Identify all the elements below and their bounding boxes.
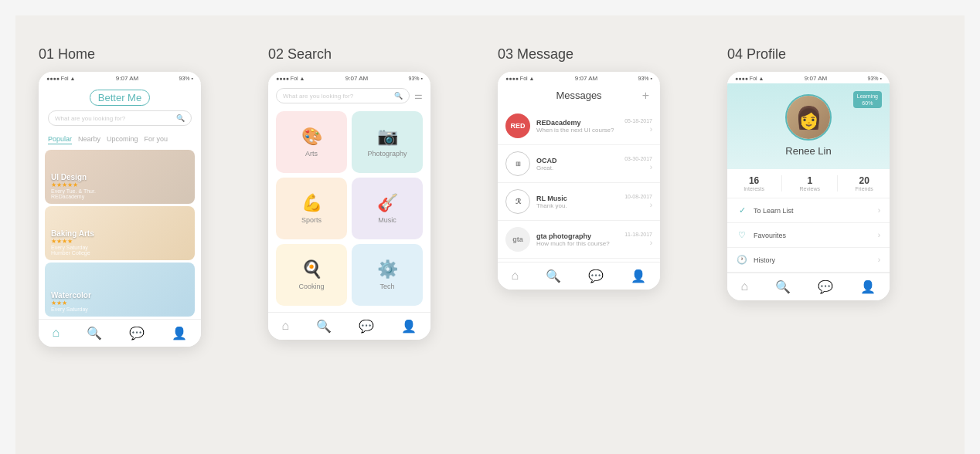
- stat-reviews-label: Reviews: [800, 186, 820, 191]
- s-bottom-home-icon[interactable]: ⌂: [282, 319, 290, 334]
- filter-icon[interactable]: ⚌: [414, 90, 423, 101]
- phone-search: ●●●● Fol ▲ 9:07 AM 93% ▪ What are you lo…: [268, 72, 430, 340]
- msg-item-rl[interactable]: ℛ RL Music Thank you. 10-08-2017 ›: [498, 183, 660, 221]
- tab-nearby[interactable]: Nearby: [78, 135, 100, 144]
- category-arts[interactable]: 🎨 Arts: [276, 111, 347, 173]
- msg-info-ocad: OCAD Great.: [536, 157, 618, 171]
- m-status-time: 9:07 AM: [575, 75, 597, 82]
- card-info-baking: Baking Arts ★★★★ Every Saturday Humber C…: [51, 229, 94, 256]
- msg-name-gta: gta photography: [536, 232, 618, 240]
- search-content: What are you looking for? 🔍 ⚌ 🎨 Arts 📷 P…: [268, 83, 430, 312]
- card-venue-ui: REDacademy: [51, 194, 96, 199]
- msg-date-gta: 11-18-2017: [624, 232, 652, 237]
- p-bottom-search-icon[interactable]: 🔍: [775, 280, 791, 294]
- message-content: Messages + RED REDacademy When is the ne…: [498, 83, 660, 262]
- card-watercolor[interactable]: Watercolor ★★★ Every Saturday: [45, 263, 195, 317]
- phone-home: ●●●● Fol ▲ 9:07 AM 93% ▪ Better Me What …: [39, 72, 201, 347]
- msg-date-ocad: 03-30-2017: [624, 156, 652, 161]
- msg-bottom-profile-icon[interactable]: 👤: [631, 269, 646, 283]
- learn-check-icon: ✓: [737, 205, 747, 215]
- msg-meta-gta: 11-18-2017 ›: [624, 232, 652, 247]
- tab-foryou[interactable]: For you: [145, 135, 168, 144]
- msg-meta-rl: 10-08-2017 ›: [624, 194, 652, 209]
- msg-bottom-search-icon[interactable]: 🔍: [546, 269, 561, 283]
- msg-chevron-red: ›: [650, 125, 652, 134]
- card-desc-watercolor: Every Saturday: [51, 307, 91, 312]
- p-bottom-profile-icon[interactable]: 👤: [860, 280, 876, 294]
- msg-item-ocad[interactable]: ⊞ OCAD Great. 03-30-2017 ›: [498, 145, 660, 183]
- category-tech[interactable]: ⚙️ Tech: [352, 244, 423, 306]
- bottom-profile-icon[interactable]: 👤: [172, 326, 187, 340]
- p-bottom-home-icon[interactable]: ⌂: [741, 280, 749, 294]
- p-status-left: ●●●● Fol ▲: [735, 76, 764, 81]
- card-desc-baking: Every Saturday: [51, 245, 94, 250]
- section-title-search: 02 Search: [268, 46, 332, 63]
- msg-bottom-home-icon[interactable]: ⌂: [512, 269, 519, 283]
- section-message: 03 Message ●●●● Fol ▲ 9:07 AM 93% ▪ Mess…: [498, 46, 712, 290]
- profile-bottom-nav: ⌂ 🔍 💬 👤: [727, 273, 890, 300]
- search-input-bar[interactable]: What are you looking for? 🔍: [276, 88, 410, 103]
- sports-label: Sports: [301, 216, 322, 224]
- home-bottom-nav: ⌂ 🔍 💬 👤: [39, 319, 201, 347]
- tab-popular[interactable]: Popular: [48, 135, 72, 144]
- sports-icon: 💪: [301, 193, 322, 213]
- learning-badge: Learning60%: [853, 91, 882, 108]
- category-sports[interactable]: 💪 Sports: [276, 178, 347, 239]
- msg-bottom-msg-icon[interactable]: 💬: [588, 269, 604, 283]
- s-bottom-profile-icon[interactable]: 👤: [401, 319, 417, 334]
- status-bar-home: ●●●● Fol ▲ 9:07 AM 93% ▪: [39, 72, 201, 83]
- menu-favourites[interactable]: ♡ Favourites ›: [727, 223, 890, 248]
- card-stars-ui: ★★★★★: [51, 181, 96, 188]
- message-header: Messages +: [498, 83, 660, 107]
- bottom-search-icon[interactable]: 🔍: [87, 326, 102, 340]
- profile-avatar-ring: 👩: [785, 94, 832, 141]
- card-bg-baking: Baking Arts ★★★★ Every Saturday Humber C…: [45, 206, 195, 260]
- stat-friends-num: 20: [859, 175, 869, 186]
- search-bottom-nav: ⌂ 🔍 💬 👤: [268, 312, 430, 340]
- msg-info-rl: RL Music Thank you.: [536, 195, 618, 209]
- p-status-right: 93% ▪: [868, 76, 882, 81]
- card-ui-design[interactable]: UI Design ★★★★★ Every Tue. & Thur. REDac…: [45, 150, 195, 204]
- msg-item-gta[interactable]: gta gta photography How much for this co…: [498, 221, 660, 259]
- msg-item-red[interactable]: RED REDacademy When is the next UI cours…: [498, 107, 660, 145]
- msg-chevron-gta: ›: [650, 239, 652, 247]
- cooking-label: Cooking: [298, 283, 324, 290]
- arts-label: Arts: [305, 150, 318, 158]
- menu-history[interactable]: 🕐 History ›: [727, 248, 890, 273]
- search-header: What are you looking for? 🔍 ⚌: [268, 83, 430, 108]
- msg-preview-ocad: Great.: [536, 164, 618, 171]
- avatar-ocad: ⊞: [505, 151, 530, 176]
- menu-learn-list[interactable]: ✓ To Learn List ›: [727, 198, 890, 223]
- category-photography[interactable]: 📷 Photography: [352, 111, 423, 173]
- card-bg-ui: UI Design ★★★★★ Every Tue. & Thur. REDac…: [45, 150, 195, 204]
- add-message-button[interactable]: +: [642, 89, 649, 103]
- stat-interests: 16 Interests: [744, 175, 764, 191]
- s-status-time: 9:07 AM: [345, 75, 368, 82]
- tech-label: Tech: [379, 283, 394, 290]
- message-list: RED REDacademy When is the next UI cours…: [498, 107, 660, 262]
- stat-divider-2: [837, 175, 838, 191]
- s-bottom-msg-icon[interactable]: 💬: [359, 319, 374, 334]
- profile-stats: 16 Interests 1 Reviews 20 Friends: [727, 169, 890, 198]
- tab-upcoming[interactable]: Upcoming: [107, 135, 138, 144]
- section-title-message: 03 Message: [498, 46, 573, 63]
- message-bottom-nav: ⌂ 🔍 💬 👤: [498, 262, 660, 290]
- msg-info-gta: gta photography How much for this course…: [536, 232, 618, 247]
- category-cooking[interactable]: 🍳 Cooking: [276, 244, 347, 306]
- category-music[interactable]: 🎸 Music: [352, 178, 423, 239]
- learn-chevron-icon: ›: [878, 206, 880, 215]
- card-baking[interactable]: Baking Arts ★★★★ Every Saturday Humber C…: [45, 206, 195, 260]
- home-search-bar[interactable]: What are you looking for? 🔍: [48, 110, 192, 126]
- home-search-icon: 🔍: [176, 114, 185, 122]
- p-bottom-msg-icon[interactable]: 💬: [818, 280, 833, 294]
- stat-friends: 20 Friends: [856, 175, 873, 191]
- msg-preview-rl: Thank you.: [536, 202, 618, 209]
- bottom-home-icon[interactable]: ⌂: [53, 326, 60, 340]
- profile-header: Learning60% 👩 Renee Lin: [727, 83, 890, 169]
- msg-preview-gta: How much for this course?: [536, 240, 618, 247]
- section-title-home: 01 Home: [39, 46, 95, 63]
- bottom-msg-icon[interactable]: 💬: [129, 326, 145, 340]
- s-bottom-search-icon[interactable]: 🔍: [316, 319, 332, 334]
- status-bar-message: ●●●● Fol ▲ 9:07 AM 93% ▪: [498, 72, 660, 83]
- msg-chevron-rl: ›: [650, 201, 652, 209]
